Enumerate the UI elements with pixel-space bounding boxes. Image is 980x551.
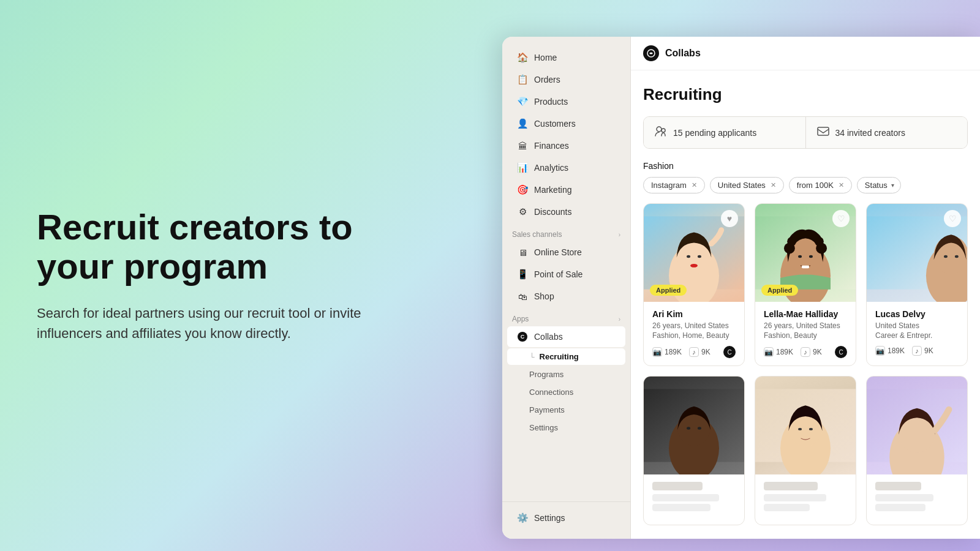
filter-status[interactable]: Status ▾: [857, 177, 901, 193]
nav-settings-label: Settings: [534, 513, 565, 523]
sub-settings[interactable]: Settings: [507, 419, 625, 436]
tiktok-stat-0: ♪ 9K: [689, 347, 710, 357]
apps-chevron: ›: [619, 316, 620, 323]
sub-recruiting-label: Recruiting: [540, 352, 579, 361]
sub-payments-label: Payments: [529, 405, 565, 414]
nav-analytics-label: Analytics: [534, 163, 568, 173]
creator-tags-1: Fashion, Beauty: [764, 331, 847, 340]
creator-photo-2: ♡: [867, 204, 967, 302]
nav-products-label: Products: [534, 97, 568, 107]
nav-home[interactable]: 🏠 Home: [507, 47, 625, 68]
marketing-icon: 🎯: [517, 184, 528, 195]
svg-point-33: [798, 428, 802, 430]
home-icon: 🏠: [517, 52, 528, 63]
creator-info-3: [644, 474, 744, 525]
point-of-sale-icon: 📱: [517, 269, 528, 280]
nav-point-of-sale[interactable]: 📱 Point of Sale: [507, 264, 625, 285]
nav-home-label: Home: [534, 53, 557, 62]
tiktok-stat-1: ♪ 9K: [801, 347, 822, 357]
nav-analytics[interactable]: 📊 Analytics: [507, 157, 625, 178]
creator-card-4[interactable]: [755, 376, 856, 525]
stat-invited[interactable]: 34 invited creators: [805, 117, 968, 148]
nav-discounts[interactable]: ⚙ Discounts: [507, 201, 625, 222]
invited-icon: [817, 126, 829, 140]
instagram-stat-1: 📷 189K: [764, 347, 793, 357]
creator-meta-4: [764, 494, 826, 501]
creator-card-5[interactable]: [866, 376, 968, 525]
svg-point-28: [687, 427, 690, 429]
creator-meta-5: [875, 494, 933, 501]
sub-payments[interactable]: Payments: [507, 402, 625, 418]
svg-point-34: [809, 428, 813, 430]
collabs-badge-1: C: [835, 346, 847, 358]
instagram-icon-2: 📷: [875, 346, 885, 356]
creator-meta-1: 26 years, United States: [764, 321, 847, 330]
nav-products[interactable]: 💎 Products: [507, 91, 625, 112]
filter-100k-remove[interactable]: ✕: [839, 181, 844, 189]
settings-icon: ⚙️: [517, 512, 528, 523]
filter-united-states[interactable]: United States ✕: [710, 177, 784, 193]
tiktok-icon-0: ♪: [689, 347, 699, 357]
collabs-nav-icon: C: [517, 331, 528, 342]
stat-invited-label: 34 invited creators: [835, 128, 905, 138]
nav-marketing[interactable]: 🎯 Marketing: [507, 179, 625, 200]
filter-instagram-label: Instagram: [651, 181, 687, 190]
creator-card-3[interactable]: [643, 376, 745, 525]
creator-info-1: Lella-Mae Halliday 26 years, United Stat…: [755, 302, 856, 365]
svg-point-18: [809, 255, 813, 258]
creator-photo-0: Applied ♥: [644, 204, 744, 302]
instagram-icon-1: 📷: [764, 347, 774, 357]
stats-row: 15 pending applicants 34 invited creator…: [643, 116, 968, 149]
stat-pending[interactable]: 15 pending applicants: [644, 117, 805, 148]
creator-info-4: [755, 474, 856, 525]
nav-collabs[interactable]: C Collabs: [507, 326, 625, 347]
collabs-badge-0: C: [723, 346, 736, 358]
creator-tags-0: Fashion, Home, Beauty: [652, 331, 736, 340]
tiktok-count-2: 9K: [924, 347, 933, 355]
nav-finances-label: Finances: [534, 141, 569, 151]
apps-section: Apps ›: [502, 307, 630, 326]
creator-location-0: United States: [685, 321, 729, 330]
creator-card-1[interactable]: Applied ♡ Lella-Mae Halliday 26 years, U…: [755, 203, 856, 366]
svg-point-16: [815, 237, 824, 246]
svg-rect-3: [818, 127, 829, 135]
creator-location-2: United States: [875, 321, 919, 330]
sales-channels-section: Sales channels ›: [502, 223, 630, 241]
creator-meta-3: [652, 494, 719, 501]
filter-100k-label: from 100K: [797, 181, 834, 190]
nav-finances[interactable]: 🏛 Finances: [507, 135, 625, 156]
creator-photo-1: Applied ♡: [755, 204, 856, 302]
sidebar: 🏠 Home 📋 Orders 💎 Products 👤 Customers 🏛…: [502, 37, 631, 539]
sub-programs[interactable]: Programs: [507, 366, 625, 383]
filter-instagram[interactable]: Instagram ✕: [643, 177, 705, 193]
filter-100k[interactable]: from 100K ✕: [789, 177, 852, 193]
heart-button-2[interactable]: ♡: [944, 210, 961, 227]
creator-location-1: United States: [796, 321, 840, 330]
creator-photo-3: [644, 377, 744, 474]
svg-point-1: [657, 127, 662, 132]
finances-icon: 🏛: [517, 140, 528, 151]
svg-point-7: [690, 264, 698, 268]
nav-settings[interactable]: ⚙️ Settings: [507, 508, 625, 528]
nav-shop[interactable]: 🛍 Shop: [507, 286, 625, 307]
app-window: 🏠 Home 📋 Orders 💎 Products 👤 Customers 🏛…: [502, 37, 980, 539]
customers-icon: 👤: [517, 118, 528, 129]
creator-tags-4: [764, 504, 810, 511]
creator-tags-3: [652, 504, 710, 511]
heart-button-1[interactable]: ♡: [832, 210, 850, 227]
nav-customers[interactable]: 👤 Customers: [507, 113, 625, 134]
nav-orders[interactable]: 📋 Orders: [507, 69, 625, 90]
filter-us-remove[interactable]: ✕: [771, 181, 776, 189]
heart-button-0[interactable]: ♥: [721, 210, 738, 227]
sub-connections[interactable]: Connections: [507, 384, 625, 400]
filter-instagram-remove[interactable]: ✕: [692, 181, 697, 189]
creator-name-2: Lucas Delvy: [875, 309, 959, 319]
nav-online-store[interactable]: 🖥 Online Store: [507, 242, 625, 263]
sub-recruiting[interactable]: └ Recruiting: [507, 348, 625, 365]
creator-tags-5: [875, 504, 925, 511]
svg-point-24: [955, 255, 959, 258]
creator-stats-1: 📷 189K ♪ 9K C: [764, 346, 847, 358]
creator-card-0[interactable]: Applied ♥ Ari Kim 26 years, United State…: [643, 203, 745, 366]
creator-card-2[interactable]: ♡ Lucas Delvy United States Career & Ent…: [866, 203, 968, 366]
instagram-count-1: 189K: [776, 348, 793, 356]
